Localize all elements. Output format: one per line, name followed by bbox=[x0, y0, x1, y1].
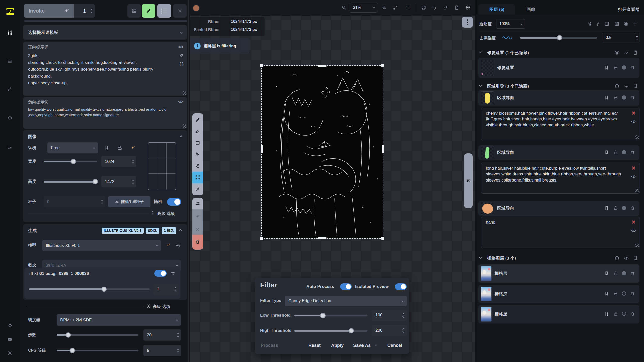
menu-button[interactable] bbox=[157, 4, 171, 18]
enhance-icon[interactable] bbox=[596, 21, 601, 26]
negative-prompt-box[interactable]: 负向提示词 </> low quality,worst quality,norm… bbox=[23, 97, 187, 129]
high-threshold-stepper[interactable]: 200 bbox=[372, 325, 407, 336]
delete-layer-icon[interactable] bbox=[630, 271, 635, 276]
random-seed-toggle[interactable] bbox=[167, 198, 181, 206]
prompt-template-bar[interactable]: 选择提示词模板 bbox=[23, 25, 187, 40]
cfg-stepper[interactable]: 5 bbox=[143, 345, 181, 356]
increment-icon[interactable] bbox=[91, 9, 92, 10]
group-merge-icon[interactable] bbox=[614, 256, 619, 261]
invoke-button[interactable]: Invoke bbox=[24, 4, 74, 18]
lora-weight-slider[interactable] bbox=[29, 287, 150, 292]
swap-dimensions-icon[interactable] bbox=[104, 145, 109, 150]
optimize-size-icon[interactable] bbox=[130, 145, 135, 150]
lock-icon[interactable] bbox=[613, 95, 618, 100]
group-hidden-eye-icon[interactable] bbox=[624, 50, 629, 55]
width-stepper[interactable]: 1024 bbox=[101, 156, 136, 167]
delete-layer-icon[interactable] bbox=[630, 65, 635, 70]
workflows-tab-icon[interactable] bbox=[7, 87, 12, 92]
resize-handle[interactable] bbox=[183, 124, 186, 128]
whats-new-icon[interactable] bbox=[7, 323, 12, 328]
canvas-tab-icon[interactable] bbox=[7, 30, 12, 35]
lock-aspect-icon[interactable] bbox=[117, 145, 122, 150]
visibility-dot-icon[interactable] bbox=[622, 271, 626, 275]
raster-layer-row-3[interactable]: 栅格层 bbox=[478, 305, 639, 323]
resize-handle[interactable] bbox=[183, 91, 186, 95]
width-slider[interactable] bbox=[44, 159, 97, 164]
delete-layer-icon[interactable] bbox=[630, 291, 635, 296]
lora-weight-stepper[interactable]: 1 bbox=[153, 284, 179, 295]
resize-handle[interactable] bbox=[635, 189, 639, 192]
model-settings-icon[interactable] bbox=[176, 243, 181, 248]
save-layer-icon[interactable] bbox=[614, 21, 619, 26]
group-frame-icon[interactable] bbox=[633, 84, 638, 89]
low-threshold-stepper[interactable]: 100 bbox=[372, 310, 407, 321]
embedding-icon[interactable]: </> bbox=[178, 100, 183, 104]
cancel-queue-button[interactable] bbox=[173, 4, 187, 18]
isolated-preview-toggle[interactable] bbox=[395, 283, 407, 290]
canvas-settings-icon[interactable] bbox=[465, 5, 470, 10]
cancel-button[interactable]: Cancel bbox=[387, 343, 402, 348]
lock-icon[interactable] bbox=[613, 150, 618, 155]
merge-shapes-icon[interactable] bbox=[587, 21, 592, 26]
regional-layer-row-green[interactable]: 区域导向 bbox=[478, 145, 639, 160]
steps-slider[interactable] bbox=[57, 332, 138, 337]
bbox-handle-w[interactable] bbox=[261, 145, 263, 153]
trash-tool-icon[interactable] bbox=[195, 239, 200, 244]
low-threshold-slider[interactable] bbox=[294, 313, 367, 318]
viewer-image-button[interactable] bbox=[127, 4, 141, 18]
group-hidden-eye-icon[interactable] bbox=[624, 84, 629, 89]
compare-drag-handle[interactable] bbox=[464, 153, 473, 208]
height-stepper[interactable]: 1472 bbox=[101, 176, 136, 187]
bbox-handle-s[interactable] bbox=[318, 237, 327, 239]
height-slider[interactable] bbox=[44, 179, 97, 184]
settings-icon[interactable] bbox=[7, 351, 12, 356]
bbox-handle-sw[interactable] bbox=[260, 237, 263, 240]
resize-handle[interactable] bbox=[635, 244, 639, 247]
filter-tool-icon[interactable] bbox=[195, 201, 200, 206]
embedding-icon[interactable]: </> bbox=[631, 174, 636, 179]
group-frame-icon[interactable] bbox=[633, 50, 638, 55]
embedding-icon[interactable]: </> bbox=[178, 45, 183, 49]
bookmark-icon[interactable] bbox=[604, 95, 609, 100]
delete-layer-icon[interactable] bbox=[630, 95, 635, 100]
embedding-icon[interactable]: </> bbox=[631, 228, 636, 234]
bookmark-icon[interactable] bbox=[604, 271, 609, 276]
remove-prompt-icon[interactable]: ✕ bbox=[631, 165, 636, 172]
cfg-slider[interactable] bbox=[57, 348, 138, 353]
link-prompts-icon[interactable] bbox=[179, 53, 184, 58]
save-canvas-icon[interactable] bbox=[421, 5, 426, 10]
zoom-level-select[interactable]: 31% bbox=[350, 3, 378, 13]
canvas-layer-image[interactable] bbox=[262, 66, 383, 238]
scheduler-select[interactable]: DPM++ 2M SDE bbox=[57, 314, 181, 326]
raster-layer-row-2[interactable]: 栅格层 bbox=[478, 285, 639, 303]
delete-layer-icon[interactable] bbox=[630, 312, 635, 316]
filter-type-select[interactable]: Canny Edge Detection bbox=[285, 296, 407, 306]
denoise-slider[interactable] bbox=[520, 35, 597, 40]
regional-prompt-text[interactable]: cherry blossoms,hair flower,pink flower,… bbox=[486, 110, 626, 138]
advanced-expand-icon[interactable] bbox=[152, 211, 153, 214]
lock-icon[interactable] bbox=[613, 291, 618, 296]
rect-tool-icon[interactable] bbox=[195, 140, 200, 145]
advanced-options-label[interactable]: 高级 选项 bbox=[157, 211, 175, 216]
bookmark-icon[interactable] bbox=[604, 150, 609, 155]
models-tab-icon[interactable] bbox=[7, 116, 12, 121]
eraser-tool-icon[interactable] bbox=[195, 129, 200, 134]
regional-prompt-yellow[interactable]: cherry blossoms,hair flower,pink flower,… bbox=[481, 108, 640, 140]
redo-icon[interactable] bbox=[443, 5, 448, 10]
add-layer-icon[interactable] bbox=[632, 21, 637, 26]
collapse-icon[interactable] bbox=[179, 229, 182, 232]
decrement-icon[interactable] bbox=[91, 11, 92, 13]
randomize-seed-button[interactable]: 随机生成种子 bbox=[108, 196, 150, 207]
visibility-dot-icon[interactable] bbox=[622, 312, 626, 316]
pan-tool-icon[interactable] bbox=[195, 163, 200, 168]
duplicate-layer-icon[interactable] bbox=[623, 21, 628, 26]
regional-layer-row-orange[interactable]: 区域导向 bbox=[478, 201, 639, 216]
panel-scrollbar[interactable] bbox=[188, 0, 189, 362]
denoise-stepper[interactable]: 0.5 bbox=[602, 33, 640, 42]
canvas-menu-button[interactable] bbox=[462, 17, 473, 28]
group-visible-eye-icon[interactable] bbox=[624, 256, 629, 261]
positive-prompt-text[interactable]: 2girls, standing,check-to-check,light sm… bbox=[28, 52, 172, 92]
delete-layer-icon[interactable] bbox=[630, 206, 635, 210]
model-select[interactable]: Illustrious-XL-v0.1 bbox=[42, 240, 161, 251]
group-merge-icon[interactable] bbox=[614, 50, 619, 55]
